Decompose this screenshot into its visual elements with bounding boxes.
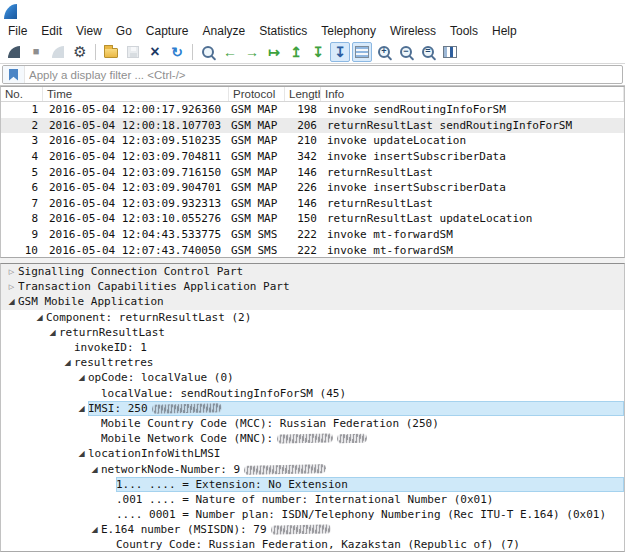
collapse-tree-icon[interactable]: ◢ [61, 358, 74, 367]
collapse-tree-icon[interactable]: ◢ [75, 449, 88, 458]
collapse-tree-icon[interactable]: ◢ [75, 373, 88, 382]
column-header-no[interactable]: No. [1, 87, 43, 101]
column-header-length[interactable]: Length [285, 87, 321, 101]
detail-row[interactable]: ◢E.164 number (MSISDN): 79 [1, 522, 624, 537]
packet-row[interactable]: 22016-05-04 12:00:18.107703GSM MAP206ret… [1, 118, 624, 134]
detail-row[interactable]: .001 .... = Nature of number: Internatio… [1, 492, 624, 507]
detail-row[interactable]: Country Code: Russian Federation, Kazaks… [1, 537, 624, 552]
detail-row[interactable]: .... 0001 = Number plan: ISDN/Telephony … [1, 507, 624, 522]
packet-cell-time: 2016-05-04 12:03:09.716150 [43, 166, 229, 179]
open-capture-file-icon[interactable] [101, 42, 121, 62]
packet-row[interactable]: 82016-05-04 12:03:10.055276GSM MAP150ret… [1, 211, 624, 227]
collapse-tree-icon[interactable]: ◢ [33, 313, 46, 322]
expand-tree-icon[interactable]: ▷ [5, 283, 18, 291]
menu-file[interactable]: File [1, 23, 34, 39]
menu-help[interactable]: Help [485, 23, 524, 39]
detail-row[interactable]: ◢resultretres [1, 355, 624, 370]
detail-row[interactable]: ◢opCode: localValue (0) [1, 370, 624, 385]
packet-cell-no: 2 [1, 119, 43, 132]
go-back-icon[interactable]: ← [220, 42, 240, 62]
collapse-tree-icon[interactable]: ◢ [88, 465, 101, 474]
menu-tools[interactable]: Tools [443, 23, 485, 39]
menu-edit[interactable]: Edit [34, 23, 69, 39]
packet-row[interactable]: 32016-05-04 12:03:09.510235GSM MAP210inv… [1, 133, 624, 149]
detail-row[interactable]: ◢IMSI: 250 [1, 401, 624, 416]
go-forward-icon[interactable]: → [242, 42, 262, 62]
packet-row[interactable]: 42016-05-04 12:03:09.704811GSM MAP342inv… [1, 149, 624, 165]
detail-row[interactable]: invokeID: 1 [1, 340, 624, 355]
packet-cell-time: 2016-05-04 12:03:09.510235 [43, 134, 229, 147]
detail-row[interactable]: ▷Signalling Connection Control Part [1, 264, 624, 279]
reload-capture-file-icon[interactable]: ↻ [167, 42, 187, 62]
menu-capture[interactable]: Capture [139, 23, 196, 39]
stop-capture-icon[interactable]: ■ [26, 42, 46, 62]
packet-cell-info: invoke mt-forwardSM [321, 244, 624, 257]
packet-row[interactable]: 72016-05-04 12:03:09.932313GSM MAP146ret… [1, 196, 624, 212]
save-capture-file-icon[interactable] [123, 42, 143, 62]
menu-wireless[interactable]: Wireless [383, 23, 443, 39]
detail-row[interactable]: ◢GSM Mobile Application [1, 294, 624, 309]
packet-cell-time: 2016-05-04 12:07:43.740050 [43, 244, 229, 257]
detail-row[interactable]: ◢locationInfoWithLMSI [1, 446, 624, 461]
go-last-packet-icon[interactable]: ↧ [308, 42, 328, 62]
menu-view[interactable]: View [69, 23, 109, 39]
zoom-normal-size-icon[interactable]: = [418, 42, 438, 62]
collapse-tree-icon[interactable]: ◢ [75, 404, 88, 413]
restart-capture-icon[interactable] [48, 42, 68, 62]
menu-statistics[interactable]: Statistics [252, 23, 314, 39]
detail-row-content: .... 0001 = Number plan: ISDN/Telephony … [116, 507, 624, 522]
resize-columns-icon[interactable] [440, 42, 460, 62]
start-capture-icon[interactable] [4, 42, 24, 62]
menu-go[interactable]: Go [109, 23, 139, 39]
packet-row[interactable]: 12016-05-04 12:00:17.926360GSM MAP198inv… [1, 102, 624, 118]
find-packet-icon[interactable] [198, 42, 218, 62]
packet-cell-no: 1 [1, 103, 43, 116]
detail-row-content: 1... .... = Extension: No Extension [116, 477, 624, 492]
display-filter-input[interactable] [25, 66, 622, 83]
packet-cell-no: 10 [1, 244, 43, 257]
zoom-in-icon[interactable]: + [374, 42, 394, 62]
column-header-info[interactable]: Info [321, 87, 624, 101]
zoom-out-icon[interactable]: − [396, 42, 416, 62]
packet-row[interactable]: 102016-05-04 12:07:43.740050GSM SMS222in… [1, 242, 624, 258]
detail-text: 1... .... = Extension: No Extension [116, 478, 348, 491]
toolbar-separator [95, 44, 96, 60]
menu-analyze[interactable]: Analyze [196, 23, 253, 39]
column-header-protocol[interactable]: Protocol [229, 87, 285, 101]
detail-row-content: Country Code: Russian Federation, Kazaks… [116, 537, 624, 552]
collapse-tree-icon[interactable]: ◢ [46, 328, 59, 337]
packet-cell-info: invoke insertSubscriberData [321, 181, 624, 194]
capture-options-icon[interactable]: ⚙ [70, 42, 90, 62]
detail-text: localValue: sendRoutingInfoForSM (45) [101, 387, 346, 400]
auto-scroll-live-icon[interactable]: ↧ [330, 42, 350, 62]
detail-row[interactable]: Mobile Country Code (MCC): Russian Feder… [1, 416, 624, 431]
packet-cell-info: returnResultLast [321, 166, 624, 179]
detail-row[interactable]: 1... .... = Extension: No Extension [1, 477, 624, 492]
column-header-time[interactable]: Time [43, 87, 229, 101]
expand-tree-icon[interactable]: ▷ [5, 268, 18, 276]
packet-row[interactable]: 52016-05-04 12:03:09.716150GSM MAP146ret… [1, 164, 624, 180]
packet-cell-protocol: GSM MAP [229, 181, 285, 194]
close-capture-file-icon[interactable]: × [145, 42, 165, 62]
filter-input-container [2, 65, 623, 84]
detail-text: Country Code: Russian Federation, Kazaks… [116, 538, 520, 551]
detail-row[interactable]: ◢returnResultLast [1, 325, 624, 340]
detail-row-content: GSM Mobile Application [18, 294, 624, 309]
packet-row[interactable]: 62016-05-04 12:03:09.904701GSM MAP226inv… [1, 180, 624, 196]
packet-row[interactable]: 92016-05-04 12:04:43.533775GSM SMS222inv… [1, 227, 624, 243]
detail-row[interactable]: ◢Component: returnResultLast (2) [1, 310, 624, 325]
go-first-packet-icon[interactable]: ↥ [286, 42, 306, 62]
go-to-packet-icon[interactable]: ↦ [264, 42, 284, 62]
detail-row[interactable]: ▷Transaction Capabilities Application Pa… [1, 279, 624, 294]
packet-cell-protocol: GSM MAP [229, 103, 285, 116]
collapse-tree-icon[interactable]: ◢ [88, 525, 101, 534]
packet-cell-info: invoke updateLocation [321, 134, 624, 147]
colorize-packets-icon[interactable] [352, 42, 372, 62]
detail-row[interactable]: ◢networkNode-Number: 9 [1, 461, 624, 476]
collapse-tree-icon[interactable]: ◢ [5, 297, 18, 306]
packet-cell-length: 206 [285, 119, 321, 132]
detail-row[interactable]: localValue: sendRoutingInfoForSM (45) [1, 386, 624, 401]
filter-bookmark-button[interactable] [3, 66, 25, 83]
detail-row[interactable]: Mobile Network Code (MNC): [1, 431, 624, 446]
menu-telephony[interactable]: Telephony [314, 23, 383, 39]
